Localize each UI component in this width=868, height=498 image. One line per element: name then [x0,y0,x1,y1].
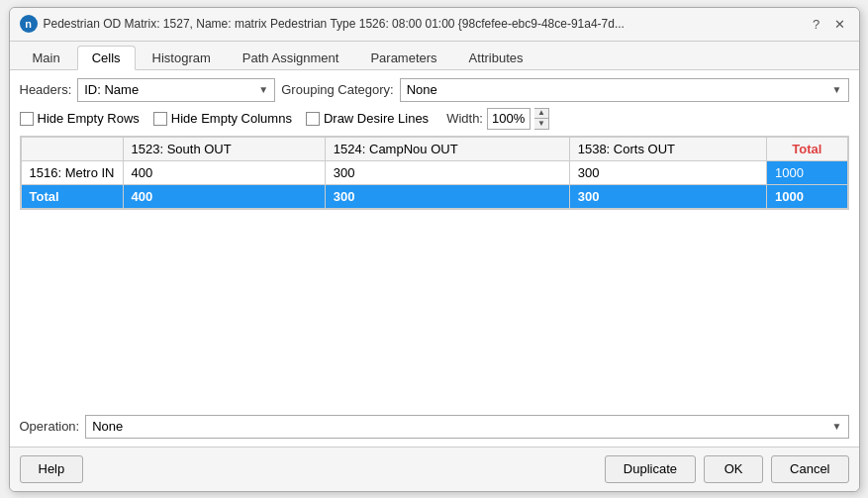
content-area: Headers: ID: Name ▼ Grouping Category: N… [10,70,859,447]
draw-desire-lines-box [306,112,320,126]
headers-row: Headers: ID: Name ▼ Grouping Category: N… [20,78,849,102]
grouping-dropdown-arrow: ▼ [832,84,842,95]
hide-empty-rows-label: Hide Empty Rows [38,111,140,126]
grouping-dropdown[interactable]: None ▼ [400,78,849,102]
hide-empty-columns-label: Hide Empty Columns [171,111,292,126]
col-header-1: 1524: CampNou OUT [325,137,569,160]
width-input[interactable] [487,108,530,130]
hide-empty-columns-checkbox[interactable]: Hide Empty Columns [153,111,292,126]
cell-total-0: 400 [123,184,325,208]
cell-total-1: 300 [325,184,569,208]
width-spinner-up[interactable]: ▲ [534,109,548,119]
grouping-value: None [407,82,437,97]
title-bar: n Pedestrian OD Matrix: 1527, Name: matr… [10,8,859,42]
headers-dropdown-arrow: ▼ [258,84,268,95]
title-bar-right: ? ✕ [808,15,849,33]
cell-0-total: 1000 [767,160,847,184]
row-header-0: 1516: Metro IN [21,160,123,184]
cell-total-total: 1000 [767,184,847,208]
width-label: Width: [446,111,483,126]
duplicate-button[interactable]: Duplicate [605,455,696,483]
row-header-total: Total [21,184,123,208]
width-spinner: ▲ ▼ [534,108,549,130]
footer-left: Help [20,455,84,483]
col-header-0: 1523: South OUT [123,137,325,160]
help-footer-button[interactable]: Help [20,455,84,483]
tab-histogram[interactable]: Histogram [138,46,226,69]
footer-right: Duplicate OK Cancel [605,455,849,483]
title-bar-left: n Pedestrian OD Matrix: 1527, Name: matr… [20,15,625,33]
cancel-button[interactable]: Cancel [771,455,848,483]
headers-value: ID: Name [84,82,139,97]
hide-empty-rows-box [20,112,34,126]
grouping-label: Grouping Category: [281,82,393,97]
tab-cells[interactable]: Cells [77,46,136,70]
col-header-2: 1538: Corts OUT [569,137,766,160]
operation-label: Operation: [20,419,80,434]
width-control: Width: ▲ ▼ [446,108,549,130]
headers-dropdown[interactable]: ID: Name ▼ [77,78,275,102]
tab-path-assignment[interactable]: Path Assignment [228,46,354,69]
cell-0-1[interactable]: 300 [325,160,569,184]
tab-main[interactable]: Main [18,46,75,69]
cell-0-2[interactable]: 300 [569,160,766,184]
tabs-bar: Main Cells Histogram Path Assignment Par… [10,42,859,70]
footer: Help Duplicate OK Cancel [10,447,859,491]
od-table: 1523: South OUT 1524: CampNou OUT 1538: … [21,137,848,209]
draw-desire-lines-checkbox[interactable]: Draw Desire Lines [306,111,429,126]
hide-empty-rows-checkbox[interactable]: Hide Empty Rows [20,111,140,126]
checkboxes-row: Hide Empty Rows Hide Empty Columns Draw … [20,108,849,130]
operation-dropdown-arrow: ▼ [832,421,842,432]
app-icon: n [20,15,38,33]
headers-label: Headers: [20,82,72,97]
close-button[interactable]: ✕ [831,15,849,33]
table-row-0: 1516: Metro IN 400 300 300 1000 [21,160,847,184]
operation-dropdown[interactable]: None ▼ [85,415,848,439]
cell-0-0[interactable]: 400 [123,160,325,184]
hide-empty-columns-box [153,112,167,126]
operation-value: None [92,419,123,434]
main-window: n Pedestrian OD Matrix: 1527, Name: matr… [9,7,860,492]
draw-desire-lines-label: Draw Desire Lines [324,111,429,126]
help-button[interactable]: ? [808,15,825,33]
tab-attributes[interactable]: Attributes [454,46,538,69]
od-table-container: 1523: South OUT 1524: CampNou OUT 1538: … [20,136,849,210]
tab-parameters[interactable]: Parameters [355,46,451,69]
operation-row: Operation: None ▼ [20,415,849,439]
cell-total-2: 300 [569,184,766,208]
width-spinner-down[interactable]: ▼ [534,119,548,129]
window-title: Pedestrian OD Matrix: 1527, Name: matrix… [44,17,625,31]
spacer [20,216,849,409]
ok-button[interactable]: OK [704,455,763,483]
col-header-total: Total [767,137,847,160]
table-row-total: Total 400 300 300 1000 [21,184,847,208]
table-corner [21,137,123,160]
